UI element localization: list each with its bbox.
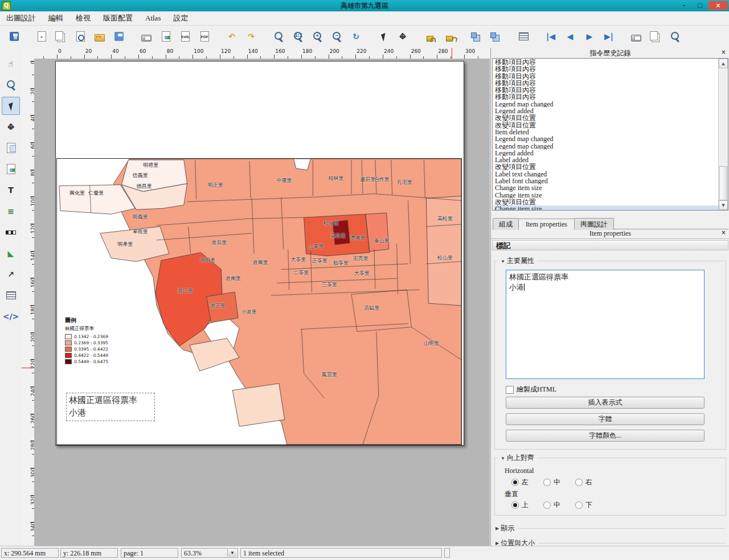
radio-option-中[interactable]: 中 bbox=[543, 500, 560, 510]
radio-option-下[interactable]: 下 bbox=[575, 500, 592, 510]
history-entry[interactable]: 移動項目內容 bbox=[494, 87, 728, 93]
select-move-item-button[interactable] bbox=[374, 27, 392, 46]
close-button[interactable]: × bbox=[708, 1, 728, 10]
menu-item-0[interactable]: 出圖設計 bbox=[0, 11, 42, 25]
chevron-down-icon[interactable]: ▼ bbox=[227, 549, 237, 557]
history-entry[interactable]: 改變項目位置 bbox=[494, 199, 728, 205]
layout-manager-button[interactable] bbox=[71, 27, 89, 46]
redo-button[interactable]: ↷ bbox=[242, 27, 260, 46]
history-entry[interactable]: 移動項目內容 bbox=[494, 59, 728, 65]
export-pdf-button[interactable]: PDF bbox=[195, 27, 214, 46]
add-shape-button[interactable]: ◣ bbox=[2, 244, 20, 262]
history-entry[interactable]: Legend added bbox=[494, 150, 728, 157]
add-map-button[interactable] bbox=[2, 139, 20, 157]
print-button[interactable] bbox=[137, 27, 155, 46]
alignment-header[interactable]: ▼向上對齊 bbox=[498, 453, 537, 463]
menu-item-1[interactable]: 編輯 bbox=[42, 11, 69, 25]
scroll-up-icon[interactable]: ▲ bbox=[719, 59, 728, 68]
export-svg-button[interactable]: SVG bbox=[176, 27, 194, 46]
menu-item-4[interactable]: Atlas bbox=[139, 12, 167, 24]
print-atlas-button[interactable] bbox=[627, 27, 645, 46]
history-close-icon[interactable]: × bbox=[720, 49, 727, 56]
export-image-button[interactable] bbox=[157, 27, 175, 46]
atlas-last-button[interactable]: ▶| bbox=[600, 27, 618, 46]
add-attribute-table-button[interactable] bbox=[2, 286, 20, 304]
zoom-combo[interactable]: 63.3% ▼ bbox=[181, 548, 238, 558]
main-properties-header[interactable]: ▼主要屬性 bbox=[498, 256, 537, 266]
atlas-first-button[interactable]: |◀ bbox=[542, 27, 560, 46]
atlas-next-button[interactable]: ▶ bbox=[580, 27, 599, 46]
history-entry[interactable]: Change item size bbox=[494, 184, 728, 191]
new-layout-button[interactable]: + bbox=[32, 27, 51, 46]
history-entry[interactable]: Legend map changed bbox=[494, 143, 728, 150]
render-html-checkbox[interactable] bbox=[506, 386, 514, 394]
history-entry[interactable]: Legend added bbox=[494, 108, 728, 114]
add-image-button[interactable] bbox=[2, 160, 20, 178]
unlock-items-button[interactable] bbox=[440, 27, 458, 46]
history-entry[interactable]: 移動項目內容 bbox=[494, 73, 728, 80]
render-html-row[interactable]: 繪製成HTML bbox=[506, 385, 556, 394]
history-entry[interactable]: 改變項目位置 bbox=[494, 114, 728, 121]
zoom-button[interactable] bbox=[2, 76, 20, 94]
font-button[interactable]: 字體 bbox=[506, 413, 705, 425]
move-item-content-button[interactable] bbox=[2, 118, 20, 136]
insert-expression-button[interactable]: 插入表示式 bbox=[506, 397, 705, 409]
export-atlas-button[interactable] bbox=[646, 27, 665, 46]
legend-item[interactable]: 圖例 林國正得票率 0.1342 - 0.23690.2369 - 0.3395… bbox=[65, 316, 128, 365]
minimize-button[interactable]: – bbox=[677, 1, 691, 10]
history-entry[interactable]: Item deleted bbox=[494, 129, 728, 135]
align-items-button[interactable] bbox=[487, 27, 505, 46]
add-scalebar-button[interactable] bbox=[2, 223, 20, 241]
history-entry[interactable]: 移動項目內容 bbox=[494, 80, 728, 87]
atlas-preview-button[interactable] bbox=[514, 27, 533, 46]
history-entry[interactable]: 改變項目位置 bbox=[494, 122, 728, 129]
maximize-button[interactable]: □ bbox=[693, 1, 707, 10]
save-layout-button[interactable] bbox=[110, 27, 128, 46]
add-legend-button[interactable]: ≡ bbox=[2, 202, 20, 220]
tab-1[interactable]: Item properties bbox=[518, 219, 575, 230]
radio-option-上[interactable]: 上 bbox=[511, 500, 529, 510]
history-entry[interactable]: Label added bbox=[494, 157, 728, 163]
history-scrollbar[interactable]: ▲ ▼ bbox=[718, 59, 728, 210]
open-layout-button[interactable] bbox=[91, 27, 109, 46]
lock-items-button[interactable] bbox=[421, 27, 439, 46]
history-entry[interactable]: Legend map changed bbox=[494, 101, 728, 108]
atlas-settings-button[interactable] bbox=[666, 27, 684, 46]
select-move-item-button[interactable] bbox=[2, 97, 20, 115]
history-entry[interactable]: Legend map changed bbox=[494, 135, 728, 142]
display-group-header[interactable]: ▶顯示 bbox=[495, 524, 725, 533]
history-entry[interactable]: Label font changed bbox=[494, 178, 728, 184]
zoom-actual-button[interactable]: 1:1 bbox=[289, 27, 307, 46]
scroll-down-icon[interactable]: ▼ bbox=[719, 200, 728, 210]
duplicate-layout-button[interactable] bbox=[52, 27, 70, 46]
history-entry[interactable]: 移動項目內容 bbox=[494, 93, 728, 100]
group-items-button[interactable] bbox=[468, 27, 486, 46]
history-entry[interactable]: Change item size bbox=[494, 205, 728, 211]
atlas-prev-button[interactable]: ◀ bbox=[561, 27, 579, 46]
properties-close-icon[interactable]: × bbox=[720, 229, 727, 237]
label-item[interactable]: 林國正選區得票率小港 bbox=[66, 393, 155, 421]
font-color-button[interactable]: 字體顏色... bbox=[506, 430, 705, 442]
radio-option-中[interactable]: 中 bbox=[543, 477, 560, 487]
zoom-full-button[interactable] bbox=[269, 27, 288, 46]
radio-option-右[interactable]: 右 bbox=[575, 477, 592, 487]
add-arrow-button[interactable]: ↗ bbox=[2, 265, 20, 283]
zoom-in-button[interactable]: + bbox=[308, 27, 326, 46]
zoom-out-button[interactable]: − bbox=[327, 27, 346, 46]
add-html-button[interactable]: </> bbox=[2, 307, 20, 326]
refresh-view-button[interactable]: ↻ bbox=[347, 27, 365, 46]
history-entry[interactable]: Label text changed bbox=[494, 171, 728, 178]
add-label-button[interactable]: T bbox=[2, 181, 20, 199]
history-entry[interactable]: 改變項目位置 bbox=[494, 163, 728, 170]
undo-button[interactable]: ↶ bbox=[223, 27, 241, 46]
menu-item-5[interactable]: 設定 bbox=[167, 11, 194, 25]
label-text-input[interactable]: 林國正選區得票率小港 bbox=[506, 270, 705, 379]
menu-item-2[interactable]: 檢視 bbox=[69, 11, 97, 25]
move-item-content-button[interactable] bbox=[394, 27, 412, 46]
history-entry[interactable]: Change item size bbox=[494, 192, 728, 199]
history-entry[interactable]: 移動項目內容 bbox=[494, 65, 728, 72]
scrollbar-thumb[interactable] bbox=[719, 166, 727, 200]
layout-canvas[interactable]: 明禮里信義里德昌里興化里仁愛里明正里中厝里桂林里廈莊里合作里孔宅里高松里明義里草… bbox=[34, 59, 490, 546]
menu-item-3[interactable]: 版面配置 bbox=[97, 11, 139, 25]
pan-button[interactable]: ☝ bbox=[2, 55, 20, 73]
